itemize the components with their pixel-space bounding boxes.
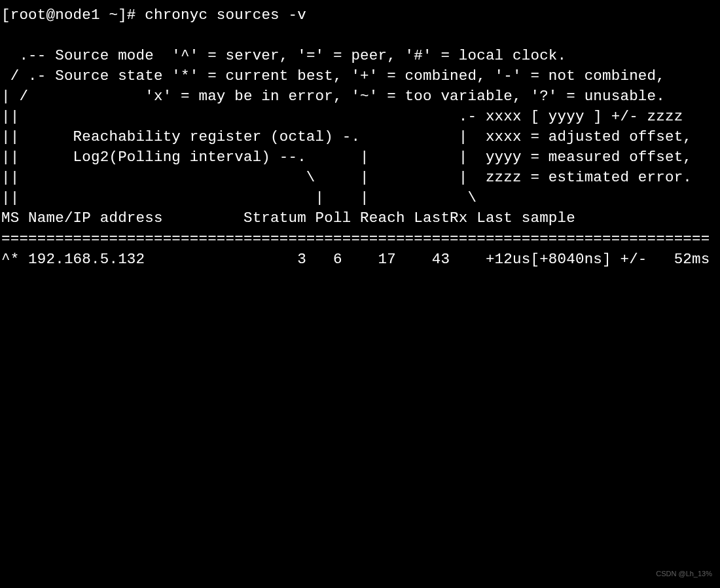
legend-sample-format: || .- xxxx [ yyyy ] +/- zzzz: [1, 108, 683, 125]
table-row: ^* 192.168.5.132 3 6 17 43 +12us[+8040ns…: [1, 251, 710, 268]
legend-source-mode: .-- Source mode '^' = server, '=' = peer…: [1, 47, 566, 64]
command-text: chronyc sources -v: [145, 7, 306, 24]
legend-reachability: || Reachability register (octal) -. | xx…: [1, 128, 692, 145]
legend-polling: || Log2(Polling interval) --. | | yyyy =…: [1, 149, 692, 166]
terminal-output[interactable]: [root@node1 ~]# chronyc sources -v .-- S…: [1, 5, 715, 270]
table-separator: ========================================…: [1, 230, 710, 248]
legend-error-flags: | / 'x' = may be in error, '~' = too var…: [1, 88, 665, 105]
legend-connector: || | | \: [1, 189, 477, 206]
table-header: MS Name/IP address Stratum Poll Reach La…: [1, 210, 575, 227]
watermark-text: CSDN @Lh_13%: [656, 569, 712, 579]
legend-source-state: / .- Source state '*' = current best, '+…: [1, 67, 665, 84]
legend-error-est: || \ | | zzzz = estimated error.: [1, 169, 692, 186]
shell-prompt: [root@node1 ~]#: [1, 7, 145, 24]
